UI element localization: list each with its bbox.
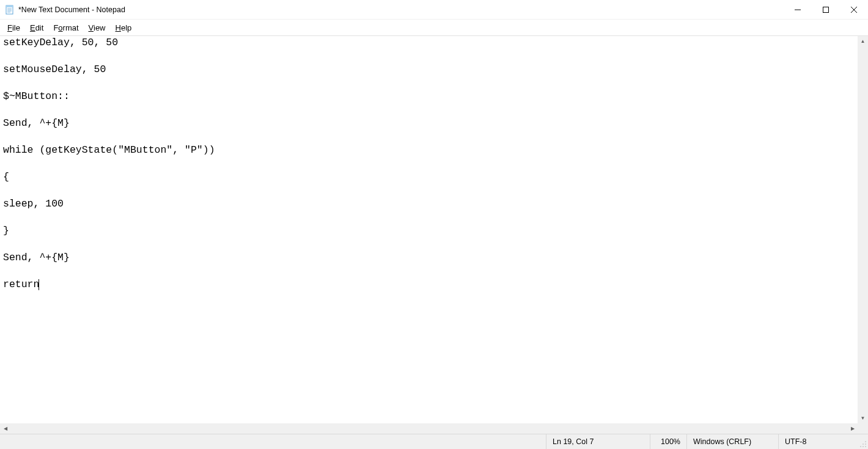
- menu-format[interactable]: Format: [48, 21, 83, 34]
- maximize-button[interactable]: [812, 0, 840, 19]
- window-title: *New Text Document - Notepad: [18, 5, 784, 14]
- scroll-corner: [858, 423, 868, 434]
- menu-edit[interactable]: Edit: [25, 21, 48, 34]
- scroll-right-arrow[interactable]: ▶: [847, 423, 858, 434]
- statusbar: Ln 19, Col 7 100% Windows (CRLF) UTF-8: [0, 434, 868, 449]
- status-zoom: 100%: [650, 434, 686, 449]
- text-editor[interactable]: setKeyDelay, 50, 50 setMouseDelay, 50 $~…: [0, 36, 868, 423]
- scroll-up-arrow[interactable]: ▲: [858, 36, 868, 46]
- svg-point-12: [865, 444, 866, 445]
- close-button[interactable]: [840, 0, 868, 19]
- svg-point-14: [862, 446, 864, 447]
- window-controls: [784, 0, 868, 19]
- menu-help[interactable]: Help: [111, 21, 137, 34]
- resize-grip[interactable]: [858, 434, 868, 449]
- titlebar: *New Text Document - Notepad: [0, 0, 868, 20]
- status-encoding: UTF-8: [778, 434, 858, 449]
- scroll-down-arrow[interactable]: ▼: [858, 413, 868, 423]
- svg-point-15: [865, 446, 866, 447]
- status-line-ending: Windows (CRLF): [686, 434, 778, 449]
- svg-point-13: [860, 446, 861, 447]
- minimize-button[interactable]: [784, 0, 812, 19]
- menu-view[interactable]: View: [84, 21, 111, 34]
- svg-rect-7: [823, 7, 829, 12]
- editor-wrap: setKeyDelay, 50, 50 setMouseDelay, 50 $~…: [0, 36, 868, 434]
- vertical-scroll-track[interactable]: [858, 46, 868, 413]
- menu-file[interactable]: File: [2, 21, 25, 34]
- horizontal-scrollbar[interactable]: ◀ ▶: [0, 423, 858, 434]
- vertical-scrollbar[interactable]: ▲ ▼: [858, 36, 868, 423]
- svg-point-10: [865, 441, 866, 442]
- notepad-icon: [5, 5, 15, 15]
- menubar: File Edit Format View Help: [0, 20, 868, 36]
- status-spacer: [0, 434, 546, 449]
- horizontal-scroll-track[interactable]: [10, 423, 847, 434]
- svg-point-11: [862, 444, 864, 445]
- status-cursor-position: Ln 19, Col 7: [546, 434, 650, 449]
- svg-rect-1: [6, 5, 13, 7]
- scroll-left-arrow[interactable]: ◀: [0, 423, 10, 434]
